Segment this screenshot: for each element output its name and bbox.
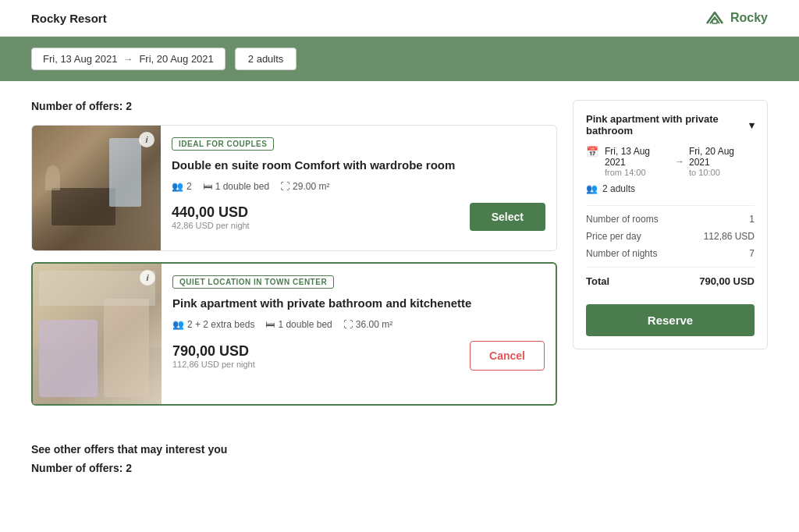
price-sub-1: 42,86 USD per night (172, 221, 250, 230)
summary-adults: 👥 2 adults (586, 183, 755, 194)
see-other-label: See other offers that may interest you (31, 443, 768, 456)
reserve-button[interactable]: Reserve (586, 304, 755, 336)
offer-image-1: i (32, 126, 161, 250)
offer-details-2: QUIET LOCATION IN TOWN CENTER Pink apart… (172, 264, 556, 404)
total-value: 790,00 USD (699, 275, 755, 287)
offers-section: Number of offers: 2 i IDEAL FOR COUPLES … (31, 100, 557, 417)
total-label: Total (586, 275, 609, 287)
summary-row-price-per-day: Price per day 112,86 USD (586, 231, 755, 242)
offer-price-row-2: 790,00 USD 112,86 USD per night Cancel (172, 341, 545, 371)
size-icon-2: ⛶ (343, 319, 353, 330)
sidebar: Pink apartment with private bathroom ▾ 📅… (573, 100, 768, 417)
site-title: Rocky Resort (31, 12, 107, 25)
price-per-day-label: Price per day (586, 231, 641, 242)
date-range-pill[interactable]: Fri, 13 Aug 2021 → Fri, 20 Aug 2021 (31, 48, 225, 70)
size-icon-1: ⛶ (280, 181, 289, 192)
guests-feature-1: 👥 2 (172, 181, 192, 192)
divider-2 (586, 267, 755, 268)
date-to-block: Fri, 20 Aug 2021 to 10:00 (689, 146, 755, 177)
offer-features-1: 👥 2 🛏 1 double bed ⛶ 29.00 m² (172, 181, 545, 192)
search-bar: Fri, 13 Aug 2021 → Fri, 20 Aug 2021 2 ad… (0, 37, 799, 81)
date-to-label: Fri, 20 Aug 2021 (139, 53, 213, 65)
offer-badge-2: QUIET LOCATION IN TOWN CENTER (172, 275, 334, 289)
summary-room-name: Pink apartment with private bathroom ▾ (586, 113, 755, 137)
offers-count: Number of offers: 2 (31, 100, 557, 112)
adults-label: 2 adults (248, 53, 284, 65)
guests-icon-1: 👥 (172, 181, 183, 192)
svg-rect-0 (712, 20, 717, 23)
bottom-count: Number of offers: 2 (31, 462, 768, 474)
dates-arrow-icon: → (675, 156, 684, 167)
summary-row-nights: Number of nights 7 (586, 248, 755, 259)
bed-icon-2: 🛏 (265, 319, 275, 330)
size-feature-1: ⛶ 29.00 m² (280, 181, 329, 192)
date-from-label: Fri, 13 Aug 2021 (43, 53, 117, 65)
offer-name-1: Double en suite room Comfort with wardro… (172, 157, 545, 173)
price-per-day-value: 112,86 USD (704, 231, 755, 242)
adults-pill[interactable]: 2 adults (235, 48, 297, 70)
date-arrow-icon: → (123, 54, 133, 65)
logo-icon (704, 9, 726, 27)
main-content: Number of offers: 2 i IDEAL FOR COUPLES … (0, 81, 799, 435)
nights-value: 7 (749, 248, 755, 259)
bed-feature-2: 🛏 1 double bed (265, 319, 332, 330)
offer-image-2: i (33, 264, 162, 404)
price-sub-2: 112,86 USD per night (172, 360, 255, 369)
header: Rocky Resort Rocky (0, 0, 799, 37)
bed-icon-1: 🛏 (203, 181, 212, 192)
price-main-1: 440,00 USD (172, 204, 250, 221)
guests-feature-2: 👥 2 + 2 extra beds (172, 319, 254, 330)
nights-label: Number of nights (586, 248, 657, 259)
adults-icon: 👥 (586, 183, 598, 194)
price-block-2: 790,00 USD 112,86 USD per night (172, 343, 255, 369)
guests-icon-2: 👥 (172, 319, 184, 330)
offer-card-2: i QUIET LOCATION IN TOWN CENTER Pink apa… (31, 262, 557, 406)
price-main-2: 790,00 USD (172, 343, 255, 360)
logo-text: Rocky (730, 11, 768, 25)
price-block-1: 440,00 USD 42,86 USD per night (172, 204, 250, 230)
info-icon-2[interactable]: i (140, 270, 155, 286)
offer-name-2: Pink apartment with private bathroom and… (172, 295, 545, 311)
size-feature-2: ⛶ 36.00 m² (343, 319, 392, 330)
rooms-value: 1 (749, 214, 755, 225)
summary-row-total: Total 790,00 USD (586, 275, 755, 287)
offer-features-2: 👥 2 + 2 extra beds 🛏 1 double bed ⛶ 36.0… (172, 319, 545, 330)
summary-card: Pink apartment with private bathroom ▾ 📅… (573, 100, 768, 349)
select-button-1[interactable]: Select (470, 203, 545, 231)
logo: Rocky (704, 9, 768, 27)
calendar-icon: 📅 (586, 146, 598, 158)
divider-1 (586, 205, 755, 206)
cancel-button-2[interactable]: Cancel (470, 341, 545, 371)
rooms-label: Number of rooms (586, 214, 659, 225)
dropdown-icon[interactable]: ▾ (749, 119, 755, 131)
summary-row-rooms: Number of rooms 1 (586, 214, 755, 225)
room-photo-2 (33, 264, 162, 404)
info-icon-1[interactable]: i (139, 132, 154, 147)
offer-price-row-1: 440,00 USD 42,86 USD per night Select (172, 203, 545, 231)
dates-container: Fri, 13 Aug 2021 from 14:00 → Fri, 20 Au… (605, 146, 755, 177)
bottom-section: See other offers that may interest you N… (0, 435, 799, 498)
offer-card-1: i IDEAL FOR COUPLES Double en suite room… (31, 125, 557, 251)
offer-badge-1: IDEAL FOR COUPLES (172, 137, 274, 151)
offer-details-1: IDEAL FOR COUPLES Double en suite room C… (172, 126, 556, 250)
summary-dates: 📅 Fri, 13 Aug 2021 from 14:00 → Fri, 20 … (586, 146, 755, 177)
date-from-block: Fri, 13 Aug 2021 from 14:00 (605, 146, 670, 177)
bed-feature-1: 🛏 1 double bed (203, 181, 269, 192)
